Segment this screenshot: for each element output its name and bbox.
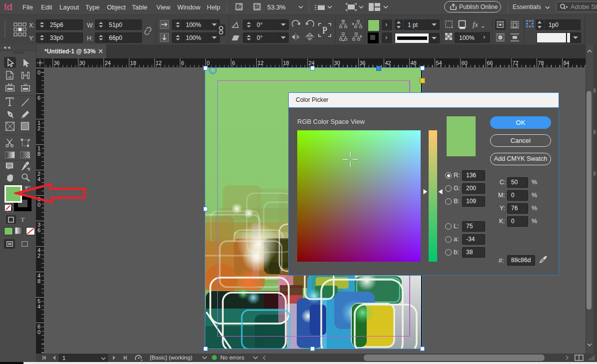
svg-text:fx: fx bbox=[473, 21, 478, 28]
svg-text:P: P bbox=[322, 25, 327, 35]
